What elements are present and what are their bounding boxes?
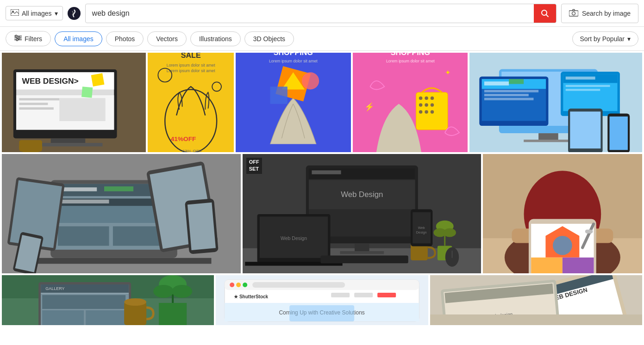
sort-button[interactable]: Sort by Popular ▾ xyxy=(572,31,639,46)
svg-rect-183 xyxy=(430,314,642,325)
svg-rect-154 xyxy=(159,303,187,325)
image-type-label: All images xyxy=(22,10,52,17)
svg-rect-112 xyxy=(340,251,384,254)
svg-rect-26 xyxy=(81,86,93,98)
tab-all-images[interactable]: All images xyxy=(55,31,102,46)
image-card-2[interactable]: SALE Lorem ipsum dolor sit amet Lorem ip… xyxy=(148,53,234,152)
sort-label: Sort by Popular xyxy=(580,35,625,43)
svg-rect-25 xyxy=(91,73,105,86)
svg-text:Web: Web xyxy=(418,226,425,230)
svg-text:Lorem ipsum dolor sit amet: Lorem ipsum dolor sit amet xyxy=(166,63,215,68)
svg-rect-91 xyxy=(58,226,109,246)
filters-button[interactable]: Filters xyxy=(6,31,51,46)
search-input[interactable] xyxy=(86,6,534,21)
tab-illustrations-label: Illustrations xyxy=(199,35,232,43)
svg-rect-79 xyxy=(570,111,600,148)
svg-rect-24 xyxy=(19,140,42,152)
tab-vectors-label: Vectors xyxy=(156,35,178,43)
svg-rect-169 xyxy=(354,293,373,297)
svg-rect-151 xyxy=(42,295,125,309)
svg-text:Lorem ipsum dolor sit amet: Lorem ipsum dolor sit amet xyxy=(166,68,215,73)
offset-badge: OFFSET xyxy=(246,158,262,174)
svg-rect-67 xyxy=(484,81,509,86)
search-by-image-button[interactable]: Search by image xyxy=(561,4,638,23)
svg-rect-77 xyxy=(566,89,600,91)
tab-photos[interactable]: Photos xyxy=(106,31,144,46)
svg-rect-87 xyxy=(104,186,133,191)
svg-rect-69 xyxy=(484,94,529,96)
svg-point-10 xyxy=(16,39,18,41)
svg-rect-63 xyxy=(524,140,573,142)
svg-rect-139 xyxy=(563,258,594,273)
svg-text:WEB DESIGN>: WEB DESIGN> xyxy=(22,76,78,86)
svg-text:SALE: SALE xyxy=(181,53,200,59)
tab-photos-label: Photos xyxy=(115,35,135,43)
svg-text:⚡: ⚡ xyxy=(364,102,374,112)
image-card-11[interactable]: WEB DESIGN web design xyxy=(430,275,642,325)
svg-rect-75 xyxy=(566,77,595,80)
svg-rect-70 xyxy=(484,98,534,100)
svg-rect-21 xyxy=(51,138,86,143)
svg-rect-20 xyxy=(59,98,105,121)
image-grid: WEB DESIGN> SALE Lorem ipsum xyxy=(0,51,644,327)
svg-point-48 xyxy=(419,96,422,99)
image-card-8[interactable] xyxy=(483,154,642,273)
svg-point-9 xyxy=(18,37,20,39)
image-card-7[interactable]: Web Design Web Design xyxy=(243,154,481,273)
svg-rect-153 xyxy=(86,310,127,325)
search-button[interactable] xyxy=(534,4,556,23)
svg-point-141 xyxy=(553,236,572,255)
svg-point-4 xyxy=(572,12,575,15)
image-icon xyxy=(11,9,19,17)
svg-rect-81 xyxy=(610,117,628,150)
svg-point-8 xyxy=(15,35,17,37)
svg-rect-173 xyxy=(289,305,354,321)
image-row-1: WEB DESIGN> SALE Lorem ipsum xyxy=(0,51,644,154)
sliders-icon xyxy=(14,35,22,43)
tab-3d-objects[interactable]: 3D Objects xyxy=(244,31,294,46)
svg-text:SHOPPING: SHOPPING xyxy=(274,53,313,56)
svg-point-52 xyxy=(425,103,428,106)
svg-text:Web Design: Web Design xyxy=(281,235,307,241)
svg-rect-117 xyxy=(320,255,408,263)
tab-illustrations[interactable]: Illustrations xyxy=(190,31,241,46)
svg-point-163 xyxy=(230,283,234,287)
image-row-3: GALLERY xyxy=(0,275,644,327)
image-card-9[interactable]: GALLERY xyxy=(2,275,214,325)
image-card-4[interactable]: SHOPPING Lorem ipsum dolor sit amet xyxy=(353,53,468,152)
image-card-10[interactable]: ★ ShutterStock Coming Up with Creative S… xyxy=(216,275,428,325)
svg-point-56 xyxy=(430,110,433,113)
svg-text:Lorem ipsum dolor sit amet: Lorem ipsum dolor sit amet xyxy=(386,59,435,63)
image-card-6[interactable] xyxy=(2,154,241,273)
svg-rect-143 xyxy=(585,229,593,233)
image-card-5[interactable] xyxy=(469,53,642,152)
svg-text:Lorem ipsum dolor sit amet: Lorem ipsum dolor sit amet xyxy=(269,59,318,63)
svg-rect-22 xyxy=(33,143,102,146)
svg-point-156 xyxy=(153,285,174,298)
filters-label: Filters xyxy=(25,35,42,43)
svg-rect-111 xyxy=(355,243,369,252)
svg-text:41%OFF: 41%OFF xyxy=(170,136,196,142)
svg-point-165 xyxy=(243,283,247,287)
chevron-down-icon: ▾ xyxy=(627,35,631,43)
svg-point-42 xyxy=(302,72,319,89)
svg-text:★ ShutterStock: ★ ShutterStock xyxy=(234,294,268,299)
tab-3d-objects-label: 3D Objects xyxy=(253,35,285,43)
image-card-1[interactable]: WEB DESIGN> xyxy=(2,53,146,152)
image-type-selector[interactable]: All images ▾ xyxy=(6,6,63,20)
svg-rect-166 xyxy=(252,282,345,288)
image-card-3[interactable]: SHOPPING Lorem ipsum dolor sit amet Lore… xyxy=(236,53,351,152)
svg-rect-71 xyxy=(509,79,524,84)
svg-point-164 xyxy=(236,283,241,287)
svg-point-55 xyxy=(425,110,428,113)
tab-vectors[interactable]: Vectors xyxy=(147,31,187,46)
svg-rect-76 xyxy=(566,85,610,87)
camera-icon xyxy=(569,9,578,18)
search-container xyxy=(85,4,556,23)
image-row-2: Web Design Web Design xyxy=(0,154,644,275)
svg-text:SHOPPING: SHOPPING xyxy=(390,53,430,56)
svg-text:63% OFF: 63% OFF xyxy=(182,148,202,152)
svg-rect-90 xyxy=(60,199,109,203)
svg-rect-107 xyxy=(312,170,341,174)
svg-text:Web Design: Web Design xyxy=(341,190,383,199)
